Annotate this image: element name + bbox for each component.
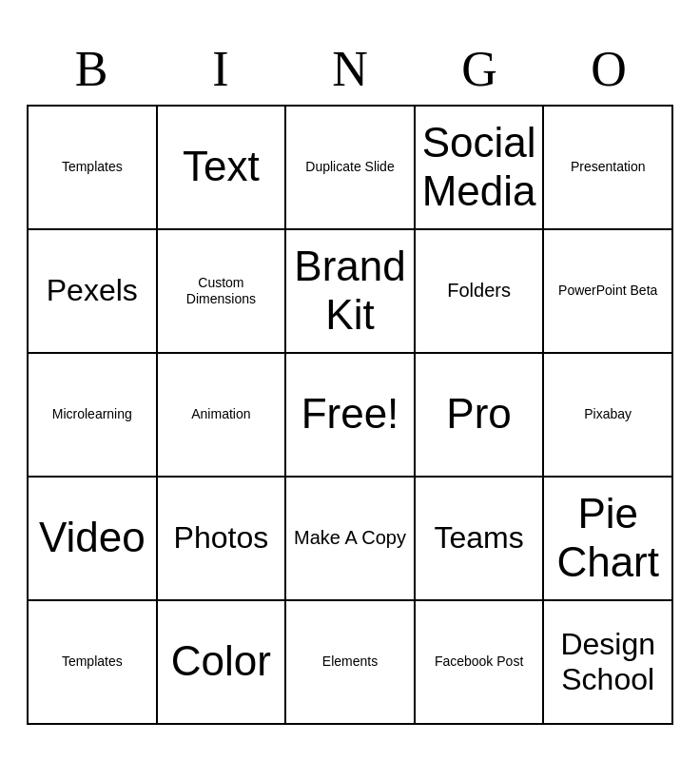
cell-text: Pexels xyxy=(47,273,138,308)
bingo-cell: Design School xyxy=(544,601,673,725)
cell-text: Free! xyxy=(301,390,399,439)
bingo-cell: Social Media xyxy=(416,107,545,230)
bingo-cell: Templates xyxy=(29,107,158,230)
bingo-letter: N xyxy=(285,37,415,101)
cell-text: Duplicate Slide xyxy=(305,159,394,174)
bingo-cell: Facebook Post xyxy=(416,601,545,725)
cell-text: PowerPoint Beta xyxy=(558,283,657,298)
cell-text: Brand Kit xyxy=(292,243,408,339)
cell-text: Photos xyxy=(174,520,269,556)
bingo-cell: Elements xyxy=(286,601,416,725)
bingo-cell: Teams xyxy=(416,478,545,601)
bingo-grid: TemplatesTextDuplicate SlideSocial Media… xyxy=(27,105,673,725)
bingo-cell: Presentation xyxy=(544,107,673,230)
cell-text: Custom Dimensions xyxy=(164,275,280,305)
bingo-cell: Text xyxy=(158,107,287,230)
bingo-cell: Folders xyxy=(416,230,545,354)
bingo-cell: Make A Copy xyxy=(286,478,416,601)
bingo-cell: Microlearning xyxy=(29,354,158,478)
bingo-cell: Custom Dimensions xyxy=(158,230,287,354)
cell-text: Pie Chart xyxy=(550,490,666,586)
cell-text: Elements xyxy=(322,654,378,669)
bingo-cell: Pexels xyxy=(29,230,158,354)
cell-text: Pro xyxy=(446,390,511,439)
cell-text: Design School xyxy=(550,627,666,697)
cell-text: Templates xyxy=(62,654,123,669)
bingo-cell: Video xyxy=(29,478,158,601)
bingo-letter: I xyxy=(156,37,285,101)
cell-text: Microlearning xyxy=(52,406,132,421)
bingo-cell: Duplicate Slide xyxy=(286,107,416,230)
cell-text: Text xyxy=(183,143,260,191)
bingo-cell: Brand Kit xyxy=(286,230,416,354)
cell-text: Animation xyxy=(191,406,250,421)
bingo-cell: Color xyxy=(158,601,287,725)
cell-text: Pixabay xyxy=(584,406,632,421)
cell-text: Video xyxy=(39,514,146,562)
bingo-letter: G xyxy=(415,37,544,101)
bingo-cell: Free! xyxy=(286,354,416,478)
bingo-cell: Pro xyxy=(416,354,545,478)
bingo-cell: Animation xyxy=(158,354,287,478)
cell-text: Color xyxy=(171,637,271,686)
bingo-cell: PowerPoint Beta xyxy=(544,230,673,354)
cell-text: Facebook Post xyxy=(435,654,523,669)
bingo-letter: B xyxy=(27,37,156,101)
bingo-cell: Photos xyxy=(158,478,287,601)
bingo-letter: O xyxy=(544,37,673,101)
cell-text: Folders xyxy=(447,280,511,302)
bingo-cell: Templates xyxy=(29,601,158,725)
bingo-board: BINGO TemplatesTextDuplicate SlideSocial… xyxy=(17,28,683,734)
cell-text: Teams xyxy=(434,520,523,556)
bingo-header: BINGO xyxy=(27,37,673,101)
cell-text: Social Media xyxy=(421,119,537,215)
cell-text: Presentation xyxy=(571,159,646,174)
cell-text: Make A Copy xyxy=(294,527,406,549)
bingo-cell: Pie Chart xyxy=(544,478,673,601)
cell-text: Templates xyxy=(62,159,123,174)
bingo-cell: Pixabay xyxy=(544,354,673,478)
